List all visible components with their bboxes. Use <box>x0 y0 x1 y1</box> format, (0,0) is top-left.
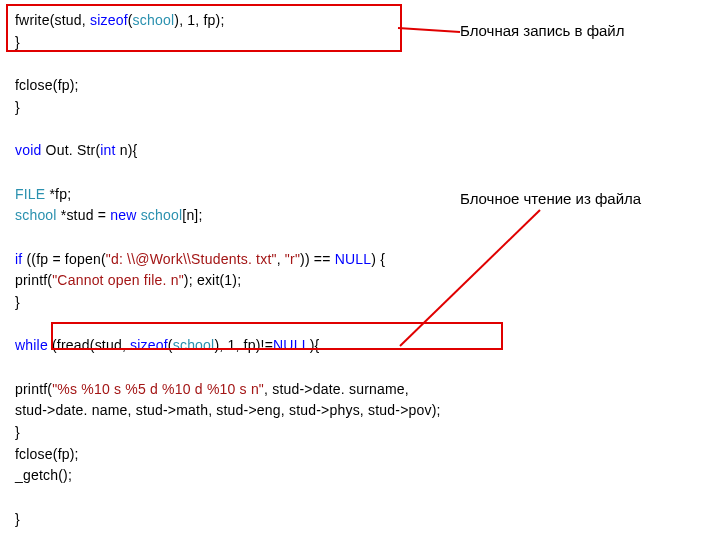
code-line <box>15 227 705 249</box>
string-literal: "r" <box>285 251 300 267</box>
code-line <box>15 53 705 75</box>
code-line: } <box>15 509 705 531</box>
string-literal: "d: \\@Work\\Students. txt" <box>106 251 277 267</box>
code-line: } <box>15 422 705 444</box>
code-text: printf( <box>15 272 52 288</box>
code-line: if ((fp = fopen("d: \\@Work\\Students. t… <box>15 249 705 271</box>
annotation-read: Блочное чтение из файла <box>460 190 641 207</box>
keyword-void: void <box>15 142 41 158</box>
keyword-int: int <box>100 142 115 158</box>
code-line: fclose(fp); <box>15 444 705 466</box>
code-text: *fp; <box>45 186 71 202</box>
code-line: void Out. Str(int n){ <box>15 140 705 162</box>
code-line: _getch(); <box>15 465 705 487</box>
code-line: } <box>15 292 705 314</box>
code-text: ((fp = fopen( <box>22 251 105 267</box>
highlight-box-write <box>6 4 402 52</box>
keyword-new: new <box>110 207 136 223</box>
string-literal: "%s %10 s %5 d %10 d %10 s n" <box>52 381 264 397</box>
code-line: printf("Cannot open file. n"); exit(1); <box>15 270 705 292</box>
code-line <box>15 162 705 184</box>
code-line <box>15 118 705 140</box>
code-line: } <box>15 97 705 119</box>
code-block: fwrite(stud, sizeof(school), 1, fp); } f… <box>15 10 705 531</box>
code-line: printf("%s %10 s %5 d %10 d %10 s n", st… <box>15 379 705 401</box>
code-line: fclose(fp); <box>15 75 705 97</box>
code-text: n){ <box>116 142 138 158</box>
keyword-while: while <box>15 337 48 353</box>
code-text: ) { <box>371 251 385 267</box>
code-text: ); exit(1); <box>184 272 241 288</box>
annotation-write: Блочная запись в файл <box>460 22 625 39</box>
code-text: [n]; <box>182 207 202 223</box>
code-line <box>15 357 705 379</box>
code-line: school *stud = new school[n]; <box>15 205 705 227</box>
type-school: school <box>15 207 57 223</box>
string-literal: "Cannot open file. n" <box>52 272 184 288</box>
type-school: school <box>141 207 183 223</box>
code-text: , <box>277 251 285 267</box>
highlight-box-read <box>51 322 503 350</box>
code-text: , stud->date. surname, <box>264 381 409 397</box>
code-line: stud->date. name, stud->math, stud->eng,… <box>15 400 705 422</box>
code-text: printf( <box>15 381 52 397</box>
code-text: Out. Str( <box>41 142 100 158</box>
code-text: )) == <box>300 251 335 267</box>
code-line <box>15 487 705 509</box>
code-text: *stud = <box>57 207 111 223</box>
type-file: FILE <box>15 186 45 202</box>
keyword-null: NULL <box>335 251 372 267</box>
